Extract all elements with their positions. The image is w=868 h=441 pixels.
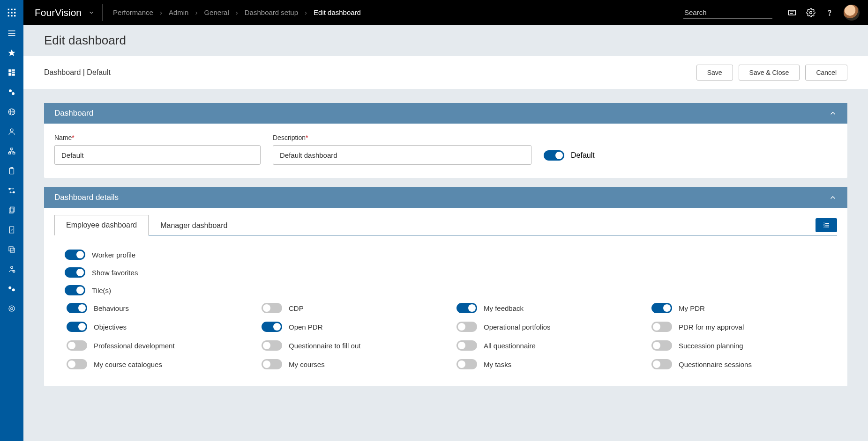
cog-icon[interactable] [7, 284, 16, 294]
brand-divider [102, 4, 103, 21]
toggle-row: My course catalogues [67, 355, 252, 373]
svg-point-13 [829, 15, 830, 15]
toggle-switch[interactable] [67, 303, 87, 313]
brand-caret[interactable] [88, 9, 102, 16]
toggle-row: Behaviours [67, 299, 252, 317]
svg-rect-21 [8, 73, 11, 76]
avatar[interactable] [844, 5, 860, 21]
toggle-switch[interactable] [262, 303, 282, 313]
breadcrumb: Performance›Admin›General›Dashboard setu… [105, 8, 361, 16]
panel-details-header[interactable]: Dashboard details [44, 187, 847, 208]
toggle-label: My courses [289, 360, 325, 368]
toggle-switch[interactable] [65, 250, 85, 260]
toggle-switch[interactable] [65, 285, 85, 295]
person-icon[interactable] [7, 127, 16, 136]
svg-point-51 [9, 306, 15, 311]
toggle-switch[interactable] [67, 359, 87, 369]
search-input[interactable] [684, 8, 771, 16]
clipboard-icon[interactable] [7, 166, 16, 176]
toggle-switch[interactable] [651, 303, 672, 313]
default-toggle[interactable] [544, 150, 564, 161]
dashboard-icon[interactable] [7, 68, 16, 77]
toggle-row: My feedback [456, 299, 642, 317]
toggle-label: Professional development [94, 342, 175, 350]
tab-employee-dashboard[interactable]: Employee dashboard [54, 215, 149, 235]
desc-input[interactable] [273, 145, 531, 165]
tab-manager-dashboard[interactable]: Manager dashboard [149, 215, 239, 235]
star-icon[interactable] [7, 48, 16, 58]
svg-rect-45 [10, 248, 15, 252]
name-label: Name* [54, 134, 261, 141]
toggle-label: Show favorites [92, 269, 138, 277]
toggle-switch[interactable] [262, 322, 282, 332]
toggle-label: Operational portfolios [484, 323, 551, 331]
globe-icon[interactable] [7, 107, 16, 117]
toggle-switch[interactable] [262, 340, 282, 351]
toggle-switch[interactable] [262, 359, 282, 369]
breadcrumb-item[interactable]: Performance [113, 8, 153, 16]
default-toggle-label: Default [571, 151, 595, 160]
gears-icon[interactable] [7, 88, 16, 97]
panel-dashboard-header[interactable]: Dashboard [44, 103, 847, 124]
panel-details-title: Dashboard details [54, 193, 119, 202]
toggle-row: Tile(s) [65, 281, 832, 299]
search-box[interactable] [683, 7, 772, 19]
toggle-switch[interactable] [651, 340, 672, 351]
process-icon[interactable] [7, 186, 16, 195]
settings-icon[interactable] [806, 8, 816, 17]
toggle-row: All questionnaire [456, 337, 642, 354]
list-action-button[interactable]: 123 [816, 218, 837, 232]
svg-point-50 [11, 308, 13, 310]
toggle-row: CDP [262, 299, 447, 317]
breadcrumb-item[interactable]: Admin [169, 8, 189, 16]
svg-point-48 [8, 287, 11, 289]
admin-gear-icon[interactable] [7, 304, 16, 313]
svg-rect-2 [14, 8, 15, 10]
org-icon[interactable] [7, 147, 16, 156]
svg-rect-5 [14, 12, 15, 13]
brand-name[interactable]: FourVision [23, 7, 88, 18]
svg-rect-44 [9, 247, 13, 251]
toggle-switch[interactable] [65, 267, 85, 278]
svg-rect-40 [9, 208, 13, 213]
toggle-switch[interactable] [651, 322, 672, 332]
cancel-button[interactable]: Cancel [805, 65, 847, 81]
toggle-label: My feedback [484, 304, 524, 312]
svg-rect-9 [789, 10, 796, 15]
toggle-switch[interactable] [651, 359, 672, 369]
menu-icon[interactable] [7, 29, 16, 38]
waffle-menu[interactable] [0, 0, 23, 25]
help-icon[interactable] [825, 8, 834, 17]
toggle-label: My course catalogues [94, 360, 162, 368]
toggle-switch[interactable] [456, 303, 477, 313]
panel-dashboard-title: Dashboard [54, 109, 93, 118]
svg-point-49 [12, 288, 15, 291]
svg-point-12 [810, 11, 812, 14]
breadcrumb-item[interactable]: General [204, 8, 229, 16]
save-button[interactable]: Save [696, 65, 733, 81]
messages-icon[interactable] [787, 8, 797, 17]
chevron-up-icon [829, 193, 837, 202]
svg-rect-7 [11, 15, 12, 16]
toggle-label: Behaviours [94, 304, 129, 312]
svg-rect-20 [12, 72, 15, 73]
duplicate-icon[interactable] [7, 245, 16, 254]
svg-rect-1 [11, 8, 12, 10]
name-input[interactable] [54, 145, 261, 165]
breadcrumb-item[interactable]: Dashboard setup [245, 8, 298, 16]
files-icon[interactable] [7, 206, 16, 215]
toggle-switch[interactable] [456, 359, 477, 369]
user-lock-icon[interactable] [7, 265, 16, 274]
svg-text:?: ? [11, 228, 13, 232]
toggle-row: Open PDR [262, 318, 447, 336]
toggle-switch[interactable] [456, 322, 477, 332]
save-close-button[interactable]: Save & Close [739, 65, 800, 81]
svg-rect-19 [12, 69, 15, 71]
toggle-switch[interactable] [456, 340, 477, 351]
question-doc-icon[interactable]: ? [7, 225, 16, 235]
toggle-switch[interactable] [67, 340, 87, 351]
svg-rect-29 [11, 148, 13, 150]
toggle-row: My courses [262, 355, 447, 373]
toggle-switch[interactable] [67, 322, 87, 332]
toggle-row: PDR for my approval [651, 318, 837, 336]
